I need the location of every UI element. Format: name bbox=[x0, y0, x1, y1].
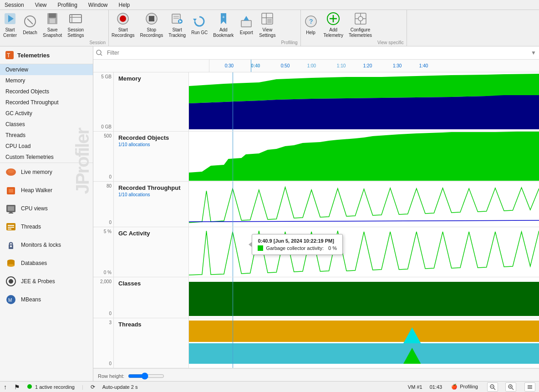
memory-chart-row: 5 GB 0 GB Memory bbox=[93, 72, 539, 132]
svg-line-76 bbox=[512, 388, 514, 390]
save-snapshot-icon bbox=[45, 11, 60, 26]
start-tracking-label: StartTracking bbox=[168, 27, 186, 38]
detach-button[interactable]: Detach bbox=[20, 10, 40, 39]
sidebar-item-custom-telemetries[interactable]: Custom Telemetries bbox=[0, 152, 93, 163]
save-snapshot-button[interactable]: SaveSnapshot bbox=[40, 10, 65, 39]
session-settings-button[interactable]: SessionSettings bbox=[65, 10, 86, 39]
threads-canvas bbox=[189, 318, 539, 368]
rec-thru-y-bottom: 0 bbox=[109, 220, 112, 225]
memory-chart-canvas bbox=[189, 72, 539, 131]
configure-telemetries-icon bbox=[353, 11, 368, 26]
add-bookmark-button[interactable]: + AddBookmark bbox=[210, 10, 236, 39]
start-center-icon bbox=[3, 11, 17, 26]
sidebar-tools: Live memory Heap Walker CPU views Thread… bbox=[0, 163, 93, 309]
threads-chart-title: Threads bbox=[118, 321, 184, 328]
sidebar-item-recorded-throughput[interactable]: Recorded Throughput bbox=[0, 97, 93, 108]
sidebar-monitors-locks[interactable]: Monitors & locks bbox=[0, 236, 93, 254]
classes-chart-row: 2,000 0 Classes bbox=[93, 277, 539, 318]
add-telemetry-icon bbox=[326, 11, 341, 26]
filter-dropdown-icon[interactable]: ▼ bbox=[531, 50, 536, 56]
configure-telemetries-label: ConfigureTelemetries bbox=[349, 27, 372, 38]
configure-telemetries-button[interactable]: ConfigureTelemetries bbox=[346, 10, 375, 39]
svg-rect-46 bbox=[8, 206, 14, 211]
main-area: T Telemetries Overview Memory Recorded O… bbox=[0, 46, 539, 381]
svg-marker-19 bbox=[193, 19, 197, 21]
start-tracking-button[interactable]: StartTracking bbox=[166, 10, 188, 39]
add-telemetry-button[interactable]: AddTelemetry bbox=[321, 10, 346, 39]
menu-view[interactable]: View bbox=[32, 1, 50, 9]
add-bookmark-label: AddBookmark bbox=[213, 27, 234, 38]
start-center-label: StartCenter bbox=[3, 27, 17, 38]
sidebar-cpu-views[interactable]: CPU views bbox=[0, 199, 93, 218]
sidebar-mbeans[interactable]: M MBeans bbox=[0, 290, 93, 309]
status-refresh-icon: ⟳ bbox=[91, 384, 95, 390]
sidebar-nav: Overview Memory Recorded Objects Recorde… bbox=[0, 64, 93, 163]
status-vm: VM #1 bbox=[408, 384, 422, 390]
help-label: Help bbox=[306, 30, 315, 36]
telemetries-icon: T bbox=[5, 50, 15, 60]
help-button[interactable]: ? Help bbox=[301, 10, 321, 39]
start-center-button[interactable]: StartCenter bbox=[0, 10, 20, 39]
sidebar-item-classes[interactable]: Classes bbox=[0, 119, 93, 130]
status-bookmark[interactable]: ⚑ bbox=[14, 383, 20, 391]
heap-walker-icon bbox=[5, 184, 17, 197]
telemetries-label: Telemetries bbox=[17, 52, 50, 59]
save-snapshot-label: SaveSnapshot bbox=[43, 27, 62, 38]
memory-chart-label: Memory bbox=[114, 72, 189, 131]
menu-help[interactable]: Help bbox=[116, 1, 133, 9]
view-specific-group-title: View specific bbox=[375, 40, 407, 45]
menu-window[interactable]: Window bbox=[86, 1, 111, 9]
sidebar-databases[interactable]: Databases bbox=[0, 254, 93, 272]
svg-text:?: ? bbox=[309, 18, 313, 25]
svg-marker-23 bbox=[244, 16, 249, 20]
svg-rect-7 bbox=[70, 15, 81, 23]
svg-point-42 bbox=[8, 169, 14, 173]
export-button[interactable]: Export bbox=[236, 10, 256, 39]
session-settings-icon bbox=[68, 11, 83, 26]
gc-y-bottom: 0 % bbox=[104, 270, 112, 275]
status-nav-icon[interactable] bbox=[524, 382, 535, 392]
add-bookmark-icon: + bbox=[216, 11, 231, 26]
tick-120: 1:20 bbox=[363, 63, 372, 68]
sidebar-threads-tool[interactable]: Threads bbox=[0, 218, 93, 236]
sidebar-live-memory[interactable]: Live memory bbox=[0, 163, 93, 181]
run-gc-button[interactable]: Run GC bbox=[188, 10, 210, 39]
sidebar-item-overview[interactable]: Overview bbox=[0, 64, 93, 75]
stop-recordings-button[interactable]: StopRecordings bbox=[137, 10, 166, 39]
menu-session[interactable]: Session bbox=[2, 1, 27, 9]
gc-y-top: 5 % bbox=[104, 229, 112, 234]
svg-text:T: T bbox=[7, 52, 10, 59]
databases-icon bbox=[5, 257, 17, 270]
status-profiling-label: 🍎 Profiling bbox=[451, 384, 478, 390]
tick-100: 1:00 bbox=[307, 63, 316, 68]
threads-tool-label: Threads bbox=[21, 224, 41, 230]
telemetries-header: T Telemetries bbox=[0, 46, 93, 64]
sidebar-item-gc-activity[interactable]: GC Activity bbox=[0, 108, 93, 119]
sidebar-item-memory[interactable]: Memory bbox=[0, 75, 93, 86]
export-label: Export bbox=[240, 30, 253, 36]
sidebar-heap-walker[interactable]: Heap Walker bbox=[0, 181, 93, 199]
sidebar-item-cpu-load[interactable]: CPU Load bbox=[0, 141, 93, 152]
sidebar-item-threads[interactable]: Threads bbox=[0, 130, 93, 141]
row-height-bar: Row height: bbox=[93, 368, 539, 381]
sidebar-item-recorded-objects[interactable]: Recorded Objects bbox=[0, 86, 93, 97]
status-nav-up[interactable]: ↑ bbox=[4, 383, 7, 391]
status-search-icon1[interactable] bbox=[487, 382, 498, 392]
filter-input[interactable] bbox=[104, 48, 531, 57]
view-settings-button[interactable]: ViewSettings bbox=[256, 10, 278, 39]
recorded-objects-chart-row: 500 0 Recorded Objects 1/10 allocations bbox=[93, 132, 539, 182]
tick-050: 0:50 bbox=[281, 63, 290, 68]
svg-marker-68 bbox=[189, 321, 539, 342]
tick-030: 0:30 bbox=[225, 63, 234, 68]
row-height-slider[interactable] bbox=[128, 372, 164, 380]
status-search-icon2[interactable] bbox=[505, 382, 516, 392]
svg-rect-13 bbox=[149, 16, 154, 21]
menu-profiling[interactable]: Profiling bbox=[55, 1, 80, 9]
svg-text:M: M bbox=[8, 298, 12, 303]
recorded-throughput-chart-row: 80 0 Recorded Throughput 1/10 allocation… bbox=[93, 182, 539, 227]
status-dot bbox=[27, 384, 32, 389]
start-recordings-button[interactable]: StartRecordings bbox=[109, 10, 137, 39]
sidebar-jee-probes[interactable]: JEE & Probes bbox=[0, 272, 93, 290]
memory-y-bottom: 0 GB bbox=[101, 124, 112, 129]
recorded-throughput-label: Recorded Throughput 1/10 allocations bbox=[114, 182, 189, 227]
